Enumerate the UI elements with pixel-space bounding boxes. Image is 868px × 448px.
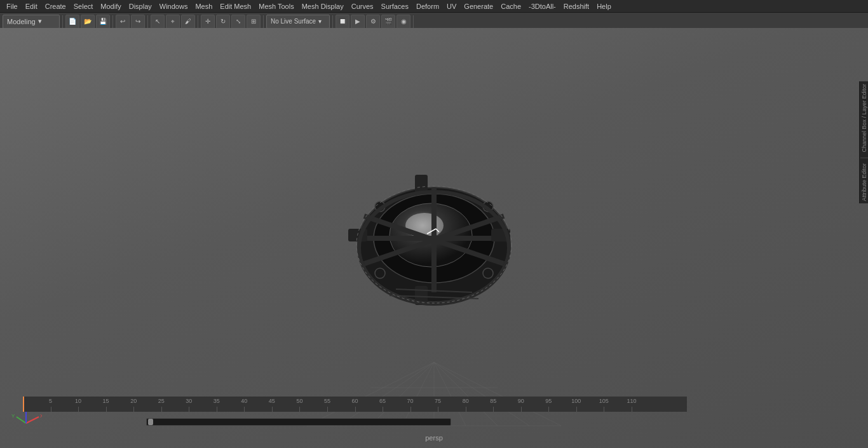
svg-line-23 [402, 362, 434, 396]
ruler-label: 110 [627, 398, 636, 404]
menu-redshift[interactable]: Redshift [560, 1, 593, 11]
menu-mesh[interactable]: Mesh [191, 1, 216, 11]
separator6 [332, 15, 333, 28]
ruler-tick [383, 407, 383, 412]
ruler-tick [521, 407, 522, 412]
separator1 [62, 15, 63, 28]
ruler-tick [161, 407, 162, 412]
ruler-label: 65 [379, 398, 386, 404]
svg-line-20 [307, 362, 434, 396]
edge-tab-channel-box[interactable]: Channel Box / Layer Editor [860, 81, 869, 155]
ruler-label: 75 [435, 398, 441, 404]
modeling-dropdown[interactable]: Modeling ▾ [3, 15, 60, 29]
ruler-tick [493, 407, 494, 412]
ruler-tick [299, 407, 300, 412]
right-edge-tabs: Channel Box / Layer Editor Attribute Edi… [859, 81, 868, 203]
ruler-tick [189, 407, 189, 412]
ruler-tick [355, 407, 356, 412]
timeline-ruler[interactable]: 5101520253035404550556065707580859095100… [23, 397, 687, 412]
svg-line-26 [434, 362, 498, 396]
redo-button[interactable]: ↪ [131, 15, 145, 29]
ruler-label: 95 [545, 398, 552, 404]
edge-separator [860, 158, 868, 158]
ruler-label: 5 [49, 398, 52, 404]
separator4 [198, 15, 198, 28]
paint-sel-button[interactable]: 🖌 [181, 15, 195, 29]
pb-range-slider[interactable] [146, 418, 451, 426]
timeline-playhead[interactable] [23, 397, 24, 412]
live-surface-dropdown[interactable]: No Live Surface ▾ [266, 15, 330, 29]
ruler-label: 55 [324, 398, 330, 404]
menu-curves[interactable]: Curves [348, 1, 377, 11]
ruler-label: 105 [599, 398, 609, 404]
menu-surfaces[interactable]: Surfaces [377, 1, 412, 11]
ruler-tick [78, 407, 79, 412]
ruler-label: 90 [518, 398, 524, 404]
menu-mesh-tools[interactable]: Mesh Tools [255, 1, 297, 11]
menu-file[interactable]: File [3, 1, 22, 11]
ruler-label: 30 [186, 398, 192, 404]
render-seq-button[interactable]: 🎬 [381, 15, 395, 29]
separator7 [413, 15, 414, 28]
menu-generate[interactable]: Generate [460, 1, 497, 11]
ruler-tick [604, 407, 604, 412]
ruler-label: 50 [296, 398, 302, 404]
ruler-label: 35 [214, 398, 220, 404]
move-button[interactable]: ✛ [201, 15, 215, 29]
3d-object [332, 156, 536, 321]
ipr-button[interactable]: ▶ [351, 15, 365, 29]
ruler-tick [548, 407, 549, 412]
ruler-label: 80 [463, 398, 469, 404]
edge-tab-attribute-editor[interactable]: Attribute Editor [860, 161, 869, 204]
menu-modify[interactable]: Modify [97, 1, 125, 11]
undo-button[interactable]: ↩ [116, 15, 130, 29]
menu-edit-mesh[interactable]: Edit Mesh [216, 1, 255, 11]
viewport-canvas[interactable]: X Y Z persp [23, 66, 687, 396]
transform-button[interactable]: ⊞ [247, 15, 261, 29]
menu-help[interactable]: Help [593, 1, 615, 11]
svg-line-25 [434, 362, 466, 396]
viewport-area: View Shading Lighting Show Renderer Pane… [23, 66, 687, 396]
modeling-label: Modeling [7, 18, 36, 25]
render-button[interactable]: 🔲 [336, 15, 349, 29]
menu-cache[interactable]: Cache [497, 1, 525, 11]
ruler-label: 10 [75, 398, 81, 404]
render-settings-button[interactable]: ⚙ [366, 15, 380, 29]
save-scene-button[interactable]: 💾 [96, 15, 110, 29]
ruler-label: 70 [407, 398, 414, 404]
menu-mesh-display[interactable]: Mesh Display [298, 1, 348, 11]
pb-slider-handle[interactable] [148, 419, 153, 425]
svg-line-28 [434, 362, 561, 396]
ruler-label: 85 [490, 398, 496, 404]
menu-edit[interactable]: Edit [22, 1, 41, 11]
ruler-tick [51, 407, 51, 412]
live-surface-arrow-icon: ▾ [318, 18, 322, 25]
lasso-button[interactable]: ⌖ [166, 15, 180, 29]
open-scene-button[interactable]: 📂 [81, 15, 95, 29]
menu-windows[interactable]: Windows [156, 1, 192, 11]
ruler-label: 100 [571, 398, 581, 404]
ruler-tick [106, 407, 107, 412]
ruler-label: 15 [103, 398, 109, 404]
ruler-label: 45 [269, 398, 275, 404]
separator2 [112, 15, 113, 28]
menu-select[interactable]: Select [70, 1, 97, 11]
menu-create[interactable]: Create [41, 1, 70, 11]
app: File Edit Create Select Modify Display W… [0, 0, 868, 448]
content-area: ↖ 🖌 ✛ ↻ ⤡ ⊞ ◌ ⊕ ⊞ ⊟ ≡ ⊗ ⊞ ▶ [0, 66, 868, 396]
ruler-tick [217, 407, 217, 412]
svg-line-22 [370, 362, 434, 396]
menu-uv[interactable]: UV [443, 1, 460, 11]
ruler-tick [244, 407, 245, 412]
menu-3dtall[interactable]: -3DtoAll- [525, 1, 560, 11]
ruler-label: 60 [351, 398, 358, 404]
scale-button[interactable]: ⤡ [231, 15, 245, 29]
new-scene-button[interactable]: 📄 [65, 15, 79, 29]
ruler-tick [438, 407, 438, 412]
menu-display[interactable]: Display [125, 1, 156, 11]
hypershade-button[interactable]: ◉ [397, 15, 410, 29]
rotate-button[interactable]: ↻ [216, 15, 230, 29]
menu-deform[interactable]: Deform [412, 1, 443, 11]
ruler-label: 20 [130, 398, 137, 404]
select-button[interactable]: ↖ [151, 15, 165, 29]
